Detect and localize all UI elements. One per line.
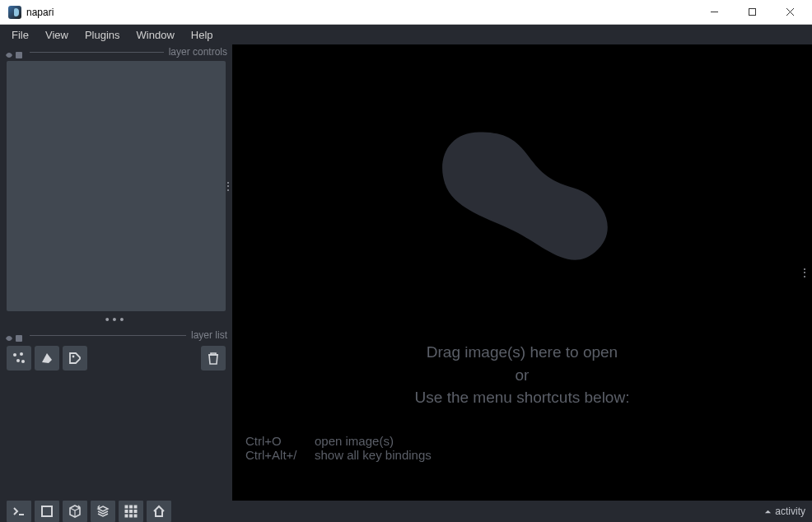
svg-rect-15 — [130, 506, 133, 508]
welcome-text: Drag image(s) here to open or Use the me… — [415, 341, 630, 409]
menu-plugins[interactable]: Plugins — [77, 27, 128, 43]
ndisplay-button[interactable] — [35, 500, 59, 522]
shortcut-row: Ctrl+Alt+/ show all key bindings — [245, 448, 432, 462]
shortcuts-hint: Ctrl+O open image(s) Ctrl+Alt+/ show all… — [245, 434, 432, 462]
svg-rect-20 — [125, 515, 128, 517]
main-area: layer controls ⋮ ••• layer list — [0, 44, 812, 501]
minimize-button[interactable] — [695, 0, 733, 25]
window-title: napari — [26, 7, 54, 18]
horizontal-splitter-handle[interactable]: ••• — [0, 313, 232, 326]
menu-view[interactable]: View — [37, 27, 77, 43]
svg-rect-21 — [130, 515, 133, 517]
svg-rect-18 — [130, 510, 133, 513]
svg-point-9 — [21, 360, 25, 363]
canvas[interactable]: Drag image(s) here to open or Use the me… — [232, 44, 812, 501]
close-button[interactable] — [771, 0, 809, 25]
napari-logo — [411, 94, 633, 316]
svg-rect-4 — [16, 52, 22, 58]
new-points-button[interactable] — [7, 346, 31, 371]
console-button[interactable] — [7, 500, 31, 522]
titlebar: napari — [0, 0, 812, 25]
transpose-dims-button[interactable] — [91, 500, 115, 522]
roll-dims-button[interactable] — [63, 500, 87, 522]
welcome-line1: Drag image(s) here to open — [415, 341, 630, 364]
maximize-button[interactable] — [733, 0, 771, 25]
new-shapes-button[interactable] — [35, 346, 59, 371]
menu-window[interactable]: Window — [128, 27, 183, 43]
shortcut-desc: open image(s) — [315, 434, 394, 448]
svg-rect-13 — [42, 506, 52, 516]
svg-point-7 — [20, 352, 23, 356]
welcome-line3: Use the menu shortcuts below: — [415, 386, 630, 409]
shortcut-key: Ctrl+Alt+/ — [245, 448, 315, 462]
grid-button[interactable] — [119, 500, 143, 522]
shortcut-desc: show all key bindings — [315, 448, 432, 462]
svg-rect-22 — [134, 515, 137, 517]
menu-help[interactable]: Help — [183, 27, 222, 43]
layer-list-header: layer list — [5, 329, 227, 341]
delete-layer-button[interactable] — [201, 346, 226, 371]
layer-controls-header: layer controls — [5, 46, 227, 58]
new-labels-button[interactable] — [63, 346, 87, 371]
layer-list-label: layer list — [191, 329, 227, 341]
close-panel-icon[interactable] — [15, 48, 23, 56]
home-button[interactable] — [147, 500, 171, 522]
svg-rect-16 — [134, 506, 137, 508]
menubar: File View Plugins Window Help — [0, 25, 812, 44]
layer-controls-label: layer controls — [169, 46, 227, 58]
bottom-bar: activity — [0, 501, 812, 522]
shortcut-key: Ctrl+O — [245, 434, 315, 448]
svg-point-8 — [16, 359, 20, 362]
right-splitter-handle[interactable]: ⋮ — [799, 271, 810, 275]
activity-toggle[interactable]: activity — [764, 506, 805, 517]
svg-rect-19 — [134, 510, 137, 513]
app-icon — [8, 6, 21, 19]
svg-point-10 — [72, 356, 75, 358]
welcome-line2: or — [415, 364, 630, 387]
activity-label: activity — [775, 506, 805, 517]
layer-tools — [0, 341, 232, 371]
svg-rect-14 — [125, 506, 128, 508]
menu-file[interactable]: File — [3, 27, 37, 43]
layer-controls-panel: ⋮ — [7, 61, 226, 311]
close-panel-icon[interactable] — [15, 331, 23, 339]
svg-point-6 — [13, 353, 16, 357]
svg-rect-1 — [749, 9, 755, 16]
detach-icon[interactable] — [5, 48, 13, 56]
shortcut-row: Ctrl+O open image(s) — [245, 434, 432, 448]
left-panel: layer controls ⋮ ••• layer list — [0, 44, 232, 501]
detach-icon[interactable] — [5, 331, 13, 339]
svg-rect-17 — [125, 510, 128, 513]
